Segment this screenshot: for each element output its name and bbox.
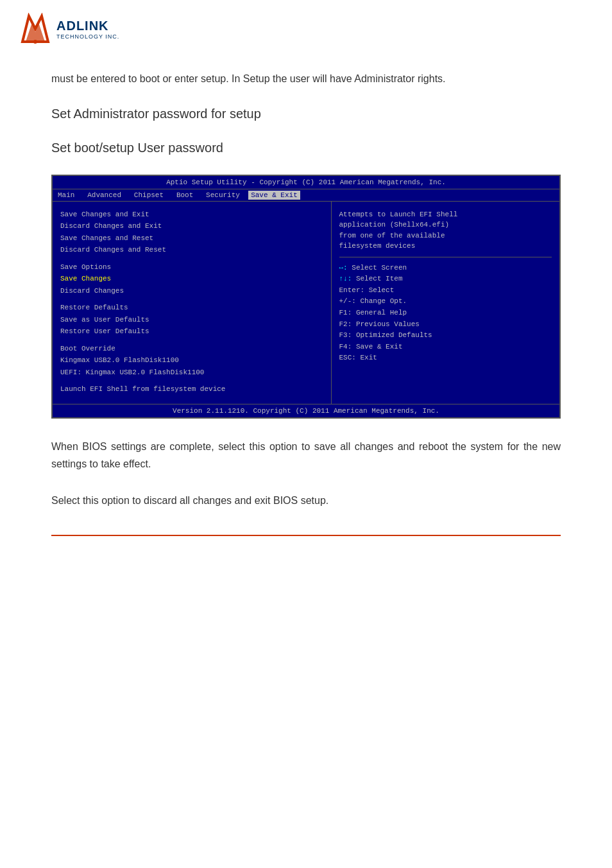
user-password-title: Set boot/setup User password [51,141,561,155]
logo-subtitle-label: TECHNOLOGY INC. [56,33,119,40]
bios-key-select-screen: ↔: Select Screen [339,263,552,274]
logo-container: ADLINK TECHNOLOGY INC. [19,13,119,45]
bios-help-line-1: Attempts to Launch EFI Shell [339,209,552,220]
menu-advanced: Advanced [87,191,130,199]
menu-boot: Boot [176,191,202,199]
bios-key-f4: F4: Save & Exit [339,342,552,353]
bios-key-enter-select: Enter: Select [339,285,552,297]
bios-item-save-exit: Save Changes and Exit [60,209,323,220]
bios-key-f1: F1: General Help [339,308,552,319]
bios-left-panel: Save Changes and Exit Discard Changes an… [53,202,332,404]
adlink-logo-icon [19,13,51,45]
bios-screenshot: Aptio Setup Utility - Copyright (C) 2011… [51,175,561,419]
bios-body: Save Changes and Exit Discard Changes an… [53,202,559,404]
menu-main: Main [58,191,83,199]
page-header: ADLINK TECHNOLOGY INC. [0,0,612,58]
bios-sep-1 [60,257,323,262]
discard-changes-description: Select this option to discard all change… [51,492,561,509]
bios-titlebar: Aptio Setup Utility - Copyright (C) 2011… [53,176,559,189]
page-divider [51,535,561,536]
menu-security: Security [206,191,244,199]
bios-item-launch-efi: Launch EFI Shell from filesystem device [60,384,323,395]
bios-right-panel: Attempts to Launch EFI Shell application… [332,202,560,404]
bios-key-f2: F2: Previous Values [339,319,552,331]
bios-item-save-reset: Save Changes and Reset [60,233,323,244]
bios-key-select-item: ↑↓: Select Item [339,273,552,285]
bios-sep-3 [60,338,323,343]
menu-chipset: Chipset [134,191,172,199]
bios-help-line-2: application (Shellx64.efi) [339,220,552,230]
admin-password-title: Set Administrator password for setup [51,107,561,121]
bios-help-text: Attempts to Launch EFI Shell application… [339,209,552,252]
logo-adlink-label: ADLINK [56,19,119,33]
bios-help-line-4: filesystem devices [339,241,552,252]
bios-key-esc: ESC: Exit [339,352,552,364]
svg-point-2 [33,40,37,44]
bios-item-save-user-defaults: Save as User Defaults [60,315,323,326]
bios-item-save-changes: Save Changes [60,273,323,284]
menu-save-exit-active: Save & Exit [248,191,300,200]
svg-marker-1 [26,22,45,42]
bios-item-discard-reset: Discard Changes and Reset [60,245,323,256]
bios-item-save-options: Save Options [60,262,323,273]
bios-item-boot-override: Boot Override [60,343,323,354]
save-changes-description: When BIOS settings are complete, select … [51,438,561,473]
bios-help-line-3: from one of the available [339,230,552,241]
bios-keys-divider [339,257,552,257]
bios-item-discard-exit: Discard Changes and Exit [60,221,323,232]
intro-text: must be entered to boot or enter setup. … [51,71,561,87]
bios-item-discard-changes: Discard Changes [60,286,323,297]
bios-sep-2 [60,297,323,302]
bios-item-restore-defaults: Restore Defaults [60,302,323,313]
bios-menubar: Main Advanced Chipset Boot Security Save… [53,189,559,202]
logo-text: ADLINK TECHNOLOGY INC. [56,19,119,40]
bios-sep-4 [60,379,323,384]
bios-item-restore-user: Restore User Defaults [60,326,323,337]
main-content: must be entered to boot or enter setup. … [0,58,612,549]
bios-footer: Version 2.11.1210. Copyright (C) 2011 Am… [53,404,559,417]
bios-item-uefi-kingmax: UEFI: Kingmax USB2.0 FlashDisk1100 [60,367,323,378]
bios-key-change-opt: +/-: Change Opt. [339,296,552,308]
bios-key-f3: F3: Optimized Defaults [339,330,552,342]
bios-item-kingmax-usb: Kingmax USB2.0 FlashDisk1100 [60,355,323,366]
